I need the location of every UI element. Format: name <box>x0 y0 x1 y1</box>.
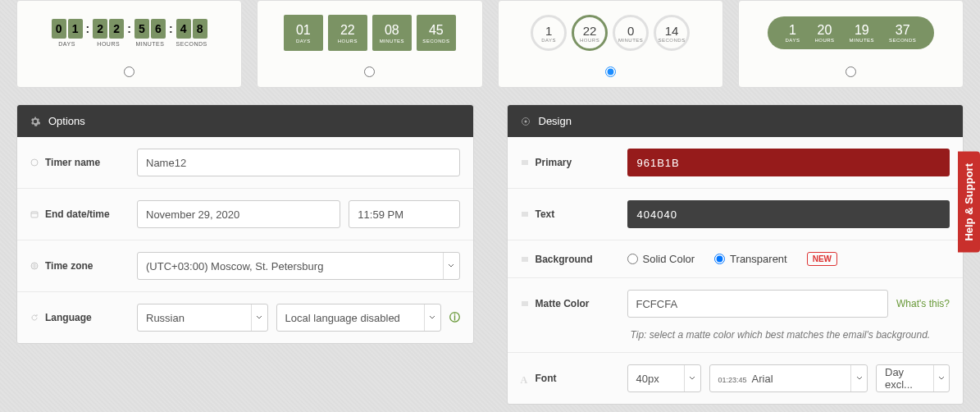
local-language-select[interactable]: Local language disabled <box>276 304 441 332</box>
language-label: Language <box>45 312 92 323</box>
lines-icon <box>521 158 529 167</box>
design-panel: Design Primary 961B1B Text 404040 Backgr… <box>507 104 964 405</box>
bg-transparent-radio[interactable]: Transparent <box>714 253 787 265</box>
options-panel: Options Timer name End date/time Time zo… <box>16 104 474 344</box>
design-header: Design <box>508 105 964 137</box>
timezone-label: Time zone <box>45 260 93 272</box>
day-excl-select[interactable]: Day excl... <box>876 364 950 392</box>
matte-label: Matte Color <box>536 298 590 309</box>
refresh-icon <box>30 314 39 322</box>
svg-rect-1 <box>31 212 38 217</box>
circle-icon <box>30 158 39 167</box>
timer-style-card-1[interactable]: 01 DAYS : 22 HOURS : 56 MINUTES : 48 SEC… <box>16 0 242 88</box>
design-title: Design <box>539 115 572 127</box>
timer-style-gallery: 01 DAYS : 22 HOURS : 56 MINUTES : 48 SEC… <box>16 0 964 88</box>
style-radio-2[interactable] <box>364 66 375 77</box>
chevron-down-icon <box>424 304 440 331</box>
new-badge: NEW <box>807 252 837 266</box>
lines-icon <box>521 210 529 218</box>
font-family-select[interactable]: 01:23:45Arial <box>709 364 868 392</box>
style-radio-3[interactable] <box>605 66 616 77</box>
chevron-down-icon <box>933 365 949 391</box>
timer-name-input[interactable] <box>137 149 460 176</box>
gear-icon <box>30 117 40 126</box>
chevron-down-icon <box>684 365 700 391</box>
lines-icon <box>521 300 529 308</box>
font-label: Font <box>536 373 557 384</box>
chevron-down-icon <box>850 365 867 391</box>
background-label: Background <box>536 254 593 265</box>
timer-style-card-3[interactable]: 1DAYS 22HOURS 0MINUTES 14SECONDS <box>498 0 723 88</box>
font-size-select[interactable]: 40px <box>627 364 701 392</box>
chevron-down-icon <box>443 253 459 279</box>
matte-color-input[interactable] <box>627 290 889 318</box>
font-icon: A <box>521 374 529 382</box>
end-date-input[interactable] <box>137 200 340 228</box>
style-radio-1[interactable] <box>124 66 134 77</box>
text-color-label: Text <box>536 208 555 220</box>
bg-solid-radio[interactable]: Solid Color <box>627 253 695 265</box>
timer-style-card-2[interactable]: 01DAYS 22HOURS 08MINUTES 45SECONDS <box>257 0 482 88</box>
style-radio-4[interactable] <box>846 66 856 77</box>
lines-icon <box>521 255 529 263</box>
svg-point-0 <box>31 159 38 166</box>
text-color-input[interactable]: 404040 <box>627 200 950 228</box>
chevron-down-icon <box>251 304 267 331</box>
end-time-input[interactable] <box>349 200 459 228</box>
options-title: Options <box>48 115 85 127</box>
primary-color-input[interactable]: 961B1B <box>627 149 950 176</box>
globe-icon <box>30 262 39 270</box>
target-icon <box>521 117 531 126</box>
options-header: Options <box>17 105 473 137</box>
timezone-select[interactable]: (UTC+03:00) Moscow, St. Petersburg <box>137 252 460 280</box>
calendar-icon <box>30 210 39 218</box>
whats-this-link[interactable]: What's this? <box>896 298 950 309</box>
end-date-label: End date/time <box>45 208 110 220</box>
svg-point-5 <box>524 120 526 122</box>
matte-tip: Tip: select a matte color which best mat… <box>508 323 964 353</box>
timer-name-label: Timer name <box>45 157 100 168</box>
language-select[interactable]: Russian <box>137 304 268 332</box>
timer-style-card-4[interactable]: 1DAYS 20HOURS 19MINUTES 37SECONDS <box>738 0 964 88</box>
primary-label: Primary <box>536 157 572 168</box>
info-icon[interactable]: ⓘ <box>449 310 460 325</box>
help-support-tab[interactable]: Help & Support <box>958 152 980 253</box>
